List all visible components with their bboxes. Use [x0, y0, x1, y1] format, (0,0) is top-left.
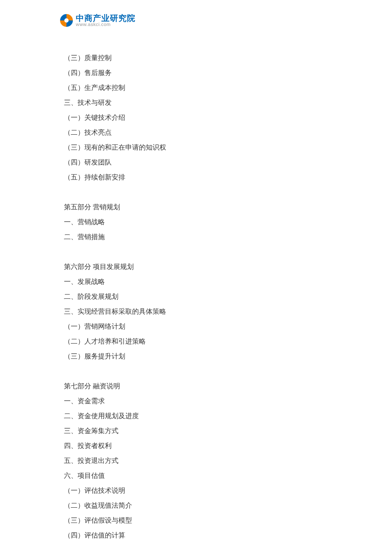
- toc-item: 一、营销战略: [64, 214, 328, 229]
- toc-item: （三）评估假设与模型: [64, 513, 328, 528]
- toc-spacer: [64, 185, 328, 199]
- toc-item: 三、资金筹集方式: [64, 423, 328, 438]
- toc-item: （四）售后服务: [64, 65, 328, 80]
- toc-spacer: [64, 364, 328, 379]
- toc-content: （三）质量控制 （四）售后服务 （五）生产成本控制 三、技术与研发 （一）关键技…: [64, 50, 328, 543]
- toc-item: （五）持续创新安排: [64, 170, 328, 185]
- toc-item: 一、资金需求: [64, 393, 328, 408]
- toc-item: （五）生产成本控制: [64, 80, 328, 95]
- toc-item: （一）评估技术说明: [64, 483, 328, 498]
- toc-item: 二、阶段发展规划: [64, 289, 328, 304]
- logo-text-sub: www.askci.com: [76, 22, 135, 27]
- toc-item: 二、资金使用规划及进度: [64, 408, 328, 423]
- toc-item: 五、投资退出方式: [64, 453, 328, 468]
- toc-item: （三）服务提升计划: [64, 349, 328, 364]
- toc-item: （一）关键技术介绍: [64, 110, 328, 125]
- toc-item: （四）研发团队: [64, 155, 328, 170]
- toc-section-header: 第五部分 营销规划: [64, 199, 328, 214]
- toc-spacer: [64, 244, 328, 259]
- toc-item: （三）现有的和正在申请的知识权: [64, 140, 328, 155]
- toc-item: 六、项目估值: [64, 468, 328, 483]
- toc-section-header: 第六部分 项目发展规划: [64, 259, 328, 274]
- toc-item: （二）收益现值法简介: [64, 498, 328, 513]
- toc-item: 三、实现经营目标采取的具体策略: [64, 304, 328, 319]
- toc-item: 四、投资者权利: [64, 438, 328, 453]
- logo-icon: [59, 13, 74, 28]
- toc-item: 一、发展战略: [64, 274, 328, 289]
- logo-text-group: 中商产业研究院 www.askci.com: [76, 14, 135, 27]
- header-logo: 中商产业研究院 www.askci.com: [59, 13, 135, 28]
- logo-text-main: 中商产业研究院: [76, 14, 135, 22]
- toc-item: （四）评估值的计算: [64, 528, 328, 543]
- toc-item: 二、营销措施: [64, 229, 328, 244]
- toc-item: （一）营销网络计划: [64, 319, 328, 334]
- toc-item: （二）技术亮点: [64, 125, 328, 140]
- toc-section-header: 第七部分 融资说明: [64, 379, 328, 393]
- toc-item: 三、技术与研发: [64, 95, 328, 110]
- toc-item: （二）人才培养和引进策略: [64, 334, 328, 349]
- toc-item: （三）质量控制: [64, 50, 328, 65]
